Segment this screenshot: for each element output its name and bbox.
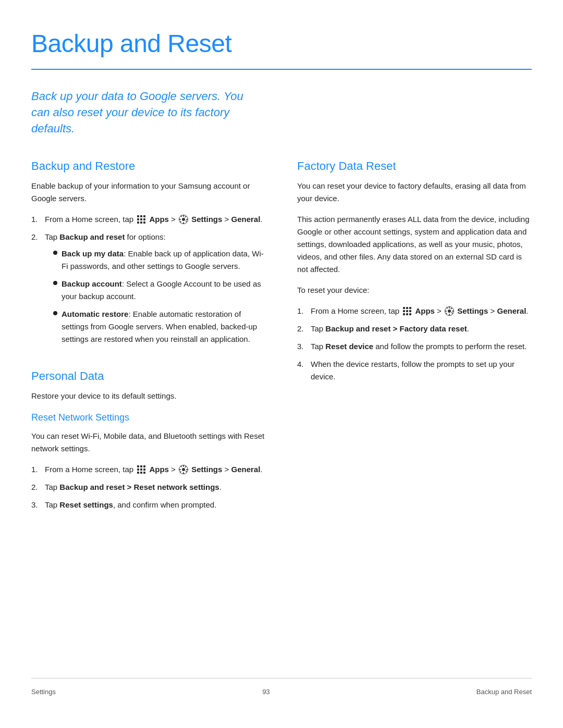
- settings-icon-1: [179, 215, 188, 224]
- step-2: 2. Tap Backup and reset for options: Bac…: [31, 231, 266, 351]
- svg-rect-18: [185, 466, 186, 468]
- backup-restore-body: Enable backup of your information to you…: [31, 180, 266, 205]
- right-column: Factory Data Reset You can reset your de…: [297, 157, 532, 677]
- fr-step-3-content: Tap Reset device and follow the prompts …: [311, 340, 527, 353]
- page-title: Backup and Reset: [31, 25, 532, 63]
- apps-label-rn: Apps: [149, 465, 169, 474]
- reset-network-section: Reset Network Settings You can reset Wi-…: [31, 411, 266, 511]
- svg-point-11: [182, 468, 185, 471]
- page: Backup and Reset Back up your data to Go…: [0, 0, 563, 728]
- svg-point-21: [448, 310, 451, 313]
- apps-grid-rn: [137, 465, 145, 474]
- svg-rect-8: [185, 216, 186, 218]
- fr-step-4-content: When the device restarts, follow the pro…: [311, 358, 532, 383]
- apps-grid-fr: [403, 307, 411, 315]
- step-num-2: 2.: [31, 231, 42, 351]
- backup-restore-steps: 1. From a Home screen, tap Apps >: [31, 213, 266, 351]
- bullet-dot-3: [53, 311, 57, 315]
- svg-rect-27: [451, 312, 453, 314]
- step-num-1: 1.: [31, 213, 42, 226]
- footer-left: Settings: [31, 687, 56, 697]
- rn-step-num-3: 3.: [31, 499, 42, 511]
- factory-reset-steps: 1. From a Home screen, tap Apps >: [297, 305, 532, 383]
- apps-label-1: Apps: [149, 215, 169, 224]
- backup-restore-section: Backup and Restore Enable backup of your…: [31, 157, 266, 351]
- personal-data-heading: Personal Data: [31, 367, 266, 385]
- fr-step-4: 4. When the device restarts, follow the …: [297, 358, 532, 383]
- fr-step-2: 2. Tap Backup and reset > Factory data r…: [297, 323, 532, 335]
- svg-rect-22: [449, 307, 450, 309]
- general-label-1: General: [231, 215, 260, 224]
- svg-rect-14: [179, 470, 181, 471]
- bullet-3: Automatic restore: Enable automatic rest…: [53, 308, 266, 346]
- factory-reset-heading: Factory Data Reset: [297, 157, 532, 175]
- general-label-rn: General: [231, 465, 260, 474]
- personal-data-body: Restore your device to its default setti…: [31, 390, 266, 402]
- apps-grid-1: [137, 215, 145, 224]
- rn-step-num-1: 1.: [31, 463, 42, 476]
- fr-step-2-content: Tap Backup and reset > Factory data rese…: [311, 323, 469, 335]
- apps-icon-rn: [137, 465, 146, 474]
- svg-rect-2: [183, 215, 184, 217]
- step-1-content: From a Home screen, tap Apps >: [45, 213, 263, 226]
- footer: Settings 93 Backup and Reset: [31, 678, 532, 697]
- settings-label-1: Settings: [191, 215, 222, 224]
- fr-step-num-3: 3.: [297, 340, 308, 353]
- settings-icon-rn: [179, 465, 188, 474]
- bullet-list: Back up my data: Enable back up of appli…: [53, 248, 266, 346]
- factory-reset-body1: You can reset your device to factory def…: [297, 180, 532, 205]
- svg-rect-13: [183, 472, 184, 474]
- rn-step-3: 3. Tap Reset settings, and confirm when …: [31, 499, 266, 511]
- bullet-3-text: Automatic restore: Enable automatic rest…: [62, 308, 266, 346]
- svg-rect-12: [183, 465, 184, 467]
- settings-label-fr: Settings: [457, 306, 488, 315]
- fr-step-1: 1. From a Home screen, tap Apps >: [297, 305, 532, 317]
- reset-network-heading: Reset Network Settings: [31, 411, 266, 425]
- svg-point-1: [182, 218, 185, 221]
- svg-rect-4: [179, 219, 181, 220]
- fr-step-num-1: 1.: [297, 305, 308, 317]
- fr-step-num-4: 4.: [297, 358, 308, 383]
- bullet-dot-2: [53, 281, 57, 285]
- left-column: Backup and Restore Enable backup of your…: [31, 157, 266, 677]
- rn-step-1: 1. From a Home screen, tap: [31, 463, 266, 476]
- svg-rect-15: [186, 470, 188, 471]
- apps-label-fr: Apps: [415, 306, 435, 315]
- fr-step-3: 3. Tap Reset device and follow the promp…: [297, 340, 532, 353]
- factory-reset-section: Factory Data Reset You can reset your de…: [297, 157, 532, 383]
- svg-rect-28: [450, 308, 452, 310]
- backup-restore-heading: Backup and Restore: [31, 157, 266, 175]
- settings-label-rn: Settings: [191, 465, 222, 474]
- bullet-1-text: Back up my data: Enable back up of appli…: [62, 248, 266, 273]
- fr-step-num-2: 2.: [297, 323, 308, 335]
- rn-step-2-content: Tap Backup and reset > Reset network set…: [45, 481, 222, 493]
- content-columns: Backup and Restore Enable backup of your…: [31, 157, 532, 677]
- step-2-content: Tap Backup and reset for options: Back u…: [45, 231, 266, 351]
- apps-icon-fr: [402, 306, 412, 316]
- svg-rect-3: [183, 222, 184, 224]
- rn-step-num-2: 2.: [31, 481, 42, 493]
- svg-rect-24: [445, 311, 447, 312]
- backup-reset-label: Backup and reset: [59, 232, 125, 241]
- fr-step-1-content: From a Home screen, tap Apps >: [311, 305, 529, 317]
- svg-rect-5: [186, 219, 188, 220]
- personal-data-section: Personal Data Restore your device to its…: [31, 367, 266, 511]
- intro-text: Back up your data to Google servers. You…: [31, 89, 255, 137]
- bullet-2: Backup account: Select a Google Account …: [53, 278, 266, 303]
- rn-step-2: 2. Tap Backup and reset > Reset network …: [31, 481, 266, 493]
- step-1: 1. From a Home screen, tap Apps >: [31, 213, 266, 226]
- footer-center: 93: [262, 687, 270, 697]
- reset-network-steps: 1. From a Home screen, tap: [31, 463, 266, 511]
- apps-icon-1: [137, 215, 146, 224]
- svg-rect-23: [449, 314, 450, 315]
- bullet-dot-1: [53, 251, 57, 255]
- svg-rect-25: [452, 311, 454, 312]
- svg-rect-17: [186, 471, 187, 472]
- footer-right: Backup and Reset: [476, 687, 532, 697]
- rn-step-3-content: Tap Reset settings, and confirm when pro…: [45, 499, 216, 511]
- rn-step-1-content: From a Home screen, tap Apps >: [45, 463, 263, 476]
- svg-rect-7: [186, 220, 187, 222]
- bullet-2-text: Backup account: Select a Google Account …: [62, 278, 266, 303]
- title-divider: [31, 69, 532, 70]
- reset-intro: To reset your device:: [297, 284, 532, 297]
